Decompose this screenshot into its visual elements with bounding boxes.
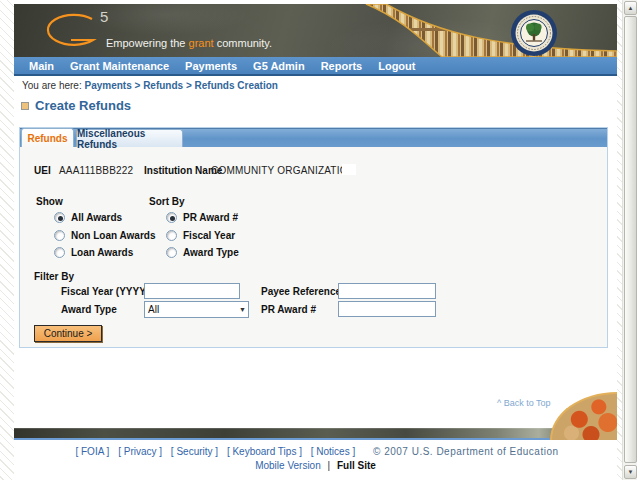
nav-item-main[interactable]: Main xyxy=(29,60,54,72)
radio-option-award-type[interactable]: Award Type xyxy=(166,247,239,258)
bracket: ] xyxy=(107,446,110,457)
nav-item-g5-admin[interactable]: G5 Admin xyxy=(253,60,305,72)
footer-link-security[interactable]: [ Security ] xyxy=(171,446,218,457)
show-group-label: Show xyxy=(36,196,63,207)
radio-label: All Awards xyxy=(71,212,122,223)
footer-link-privacy[interactable]: [ Privacy ] xyxy=(118,446,162,457)
tagline: Empowering the grant community. xyxy=(106,37,272,49)
radio-icon xyxy=(54,247,65,258)
scrollbar-thumb[interactable] xyxy=(624,16,637,463)
footer-link-label: Notices xyxy=(316,446,349,457)
page-title: Create Refunds xyxy=(35,98,131,113)
breadcrumb-link-refunds[interactable]: Refunds xyxy=(143,80,183,91)
bookshelf-image xyxy=(344,4,617,57)
breadcrumb-link-payments[interactable]: Payments xyxy=(84,80,131,91)
full-site-label: Full Site xyxy=(337,460,376,471)
back-to-top-link[interactable]: ^ Back to Top xyxy=(497,398,551,408)
nav-item-reports[interactable]: Reports xyxy=(321,60,363,72)
bracket: [ xyxy=(227,446,230,457)
tab-refunds[interactable]: Refunds xyxy=(21,128,74,147)
breadcrumb-prefix: You are here: xyxy=(22,80,82,91)
sort-by-group-label: Sort By xyxy=(149,196,185,207)
award-type-selected-value: All xyxy=(148,304,159,315)
footer-links-row: [ FOIA ] [ Privacy ] [ Security ] [ Keyb… xyxy=(14,446,617,457)
uei-value: AAA111BBB222 xyxy=(59,165,133,176)
bracket: ] xyxy=(352,446,355,457)
bracket: [ xyxy=(171,446,174,457)
payee-reference-label: Payee Reference xyxy=(261,286,341,297)
scroll-down-icon[interactable]: ▼ xyxy=(624,465,637,479)
pr-award-input[interactable] xyxy=(338,301,436,317)
scroll-up-icon[interactable]: ▲ xyxy=(624,1,637,15)
footer: [ FOIA ] [ Privacy ] [ Security ] [ Keyb… xyxy=(14,446,617,471)
nav-item-logout[interactable]: Logout xyxy=(378,60,415,72)
payee-reference-input[interactable] xyxy=(338,283,436,299)
radio-icon xyxy=(54,230,65,241)
fiscal-year-input[interactable] xyxy=(144,283,240,299)
filter-by-label: Filter By xyxy=(34,271,74,282)
bracket: [ xyxy=(311,446,314,457)
title-row: Create Refunds xyxy=(21,98,131,113)
fiscal-year-label: Fiscal Year (YYYY) xyxy=(61,286,149,297)
pr-award-label: PR Award # xyxy=(261,304,316,315)
radio-icon xyxy=(166,230,177,241)
radio-icon xyxy=(166,212,177,223)
radio-label: PR Award # xyxy=(183,212,238,223)
radio-label: Fiscal Year xyxy=(183,230,235,241)
award-type-label: Award Type xyxy=(61,304,117,315)
footer-link-label: Security xyxy=(176,446,212,457)
footer-link-foia[interactable]: [ FOIA ] xyxy=(75,446,109,457)
copyright-text: © 2007 U.S. Department of Education xyxy=(373,446,559,457)
footer-link-label: Privacy xyxy=(124,446,157,457)
footer-link-label: Keyboard Tips xyxy=(232,446,296,457)
bracket: ] xyxy=(159,446,162,457)
g5-logo-icon xyxy=(40,12,98,48)
radio-option-pr-award[interactable]: PR Award # xyxy=(166,212,238,223)
mobile-version-link[interactable]: Mobile Version xyxy=(255,460,321,471)
radio-option-fiscal-year[interactable]: Fiscal Year xyxy=(166,230,235,241)
bottom-gradient-bar xyxy=(14,428,617,438)
tagline-suffix: community. xyxy=(214,37,272,49)
radio-icon xyxy=(166,247,177,258)
tagline-prefix: Empowering the xyxy=(106,37,189,49)
continue-button[interactable]: Continue > xyxy=(34,325,102,342)
footer-link-notices[interactable]: [ Notices ] xyxy=(311,446,355,457)
footer-version-row: Mobile Version | Full Site xyxy=(14,460,617,471)
tagline-highlight: grant xyxy=(189,37,214,49)
radio-label: Loan Awards xyxy=(71,247,133,258)
department-of-education-seal xyxy=(510,9,558,57)
main-nav: Main Grant Maintenance Payments G5 Admin… xyxy=(14,57,617,76)
vertical-scrollbar: ▲ ▼ xyxy=(622,0,637,480)
footer-link-label: FOIA xyxy=(81,446,104,457)
create-refunds-icon xyxy=(21,102,29,110)
blank-field-box xyxy=(342,164,356,175)
uei-label: UEI xyxy=(34,165,51,176)
breadcrumb-separator: > xyxy=(135,80,141,91)
radio-option-all-awards[interactable]: All Awards xyxy=(54,212,122,223)
bracket: [ xyxy=(75,446,78,457)
nav-item-grant-maintenance[interactable]: Grant Maintenance xyxy=(70,60,169,72)
institution-name-value: COMMUNITY ORGANIZATION xyxy=(211,165,355,176)
page: 5 Empowering the gr xyxy=(14,0,617,480)
breadcrumb-separator: > xyxy=(186,80,192,91)
classroom-image xyxy=(550,392,617,440)
footer-link-keyboard-tips[interactable]: [ Keyboard Tips ] xyxy=(227,446,302,457)
radio-option-loan-awards[interactable]: Loan Awards xyxy=(54,247,133,258)
bottom-blue-line xyxy=(14,438,617,440)
tab-miscellaneous-refunds[interactable]: Miscellaneous Refunds xyxy=(76,129,183,147)
g5-logo-number: 5 xyxy=(100,8,108,25)
refunds-panel: Refunds Miscellaneous Refunds UEI AAA111… xyxy=(19,127,608,348)
breadcrumb-link-refunds-creation[interactable]: Refunds Creation xyxy=(195,80,278,91)
breadcrumb: You are here: Payments > Refunds > Refun… xyxy=(22,80,278,91)
nav-item-payments[interactable]: Payments xyxy=(185,60,237,72)
award-type-select[interactable]: All ▼ xyxy=(144,301,249,318)
radio-label: Award Type xyxy=(183,247,239,258)
bracket: ] xyxy=(299,446,302,457)
tab-strip: Refunds Miscellaneous Refunds xyxy=(20,128,607,147)
radio-option-non-loan-awards[interactable]: Non Loan Awards xyxy=(54,230,155,241)
radio-label: Non Loan Awards xyxy=(71,230,155,241)
header-banner: 5 Empowering the gr xyxy=(14,4,617,57)
radio-icon xyxy=(54,212,65,223)
footer-divider: | xyxy=(328,460,331,471)
chevron-down-icon: ▼ xyxy=(239,306,246,313)
